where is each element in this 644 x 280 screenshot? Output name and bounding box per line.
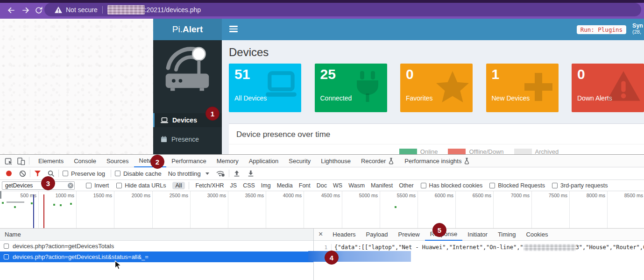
address-bar[interactable]: Not secure :20211/devices.php [44, 3, 641, 16]
forward-icon[interactable] [21, 6, 31, 15]
detail-tab-payload[interactable]: Payload [361, 229, 393, 240]
annotation-step-3: 3 [41, 176, 55, 190]
card-favorites[interactable]: 0 Favorites [400, 64, 473, 112]
card-label: Favorites [406, 94, 433, 102]
checkbox-icon[interactable] [4, 254, 9, 259]
tick-label: 4000 ms [271, 191, 304, 198]
response-json-text: {"data":[["laptop","Net - Huawei","Inter… [332, 244, 644, 251]
warning-triangle-icon[interactable] [55, 7, 62, 13]
filter-type-font[interactable]: Font [299, 182, 311, 189]
third-party-requests-checkbox[interactable]: 3rd-party requests [552, 182, 608, 189]
filter-type-all[interactable]: All [172, 182, 185, 189]
card-connected[interactable]: 25 Connected [315, 64, 387, 112]
filter-type-manifest[interactable]: Manifest [371, 182, 393, 189]
has-blocked-cookies-checkbox[interactable]: Has blocked cookies [421, 182, 483, 189]
request-table-header[interactable]: Name [0, 229, 313, 241]
tab-application[interactable]: Application [244, 155, 284, 167]
response-body-line[interactable]: 1 {"data":[["laptop","Net - Huawei","Int… [314, 244, 644, 251]
detail-tab-headers[interactable]: Headers [327, 229, 361, 240]
filter-type-other[interactable]: Other [399, 182, 413, 189]
timeline-tick: 2000 ms [120, 191, 153, 228]
clear-filter-icon[interactable]: ✕ [68, 183, 73, 188]
timeline-activity-mark [53, 204, 55, 206]
detail-tab-cookies[interactable]: Cookies [521, 229, 553, 240]
hamburger-menu-icon[interactable] [229, 26, 238, 33]
laptop-icon [264, 70, 298, 101]
card-value: 25 [320, 66, 336, 82]
tab-memory[interactable]: Memory [212, 155, 244, 167]
filter-type-ws[interactable]: WS [333, 182, 342, 189]
export-har-icon[interactable] [247, 170, 255, 177]
network-controls: Preserve log Disable cache No throttling [0, 167, 644, 180]
card-all-devices[interactable]: 51 All Devices [229, 64, 301, 112]
card-new-devices[interactable]: 1 New Devices [486, 64, 559, 112]
tab-lighthouse[interactable]: Lighthouse [316, 155, 356, 167]
filter-type-doc[interactable]: Doc [317, 182, 327, 189]
filter-icon[interactable] [34, 170, 41, 177]
checkbox-icon[interactable] [4, 244, 9, 249]
close-icon[interactable]: × [314, 230, 327, 239]
device-toolbar-icon[interactable] [17, 157, 25, 165]
blocked-requests-checkbox[interactable]: Blocked Requests [489, 182, 545, 189]
filter-type-fetch-xhr[interactable]: Fetch/XHR [195, 182, 224, 189]
network-timeline-overview[interactable]: 500 ms 1000 ms 1500 ms 2000 ms 2500 ms 3… [0, 191, 644, 229]
timeline-tick: 4000 ms [271, 191, 304, 228]
timeline-origin-mark [0, 191, 1, 199]
response-text-post: 3","House","Router",0,"Always on" [576, 244, 644, 251]
inspect-element-icon[interactable] [5, 157, 13, 165]
filter-type-media[interactable]: Media [277, 182, 293, 189]
request-row[interactable]: devices.php?action=getDevicesTotals [0, 241, 313, 251]
checkbox-label: Invert [94, 182, 109, 189]
chevron-down-icon [205, 172, 209, 175]
card-label: Connected [320, 94, 352, 102]
panel-title: Device presence over time [229, 124, 644, 144]
clear-icon[interactable] [19, 170, 26, 177]
card-down-alerts[interactable]: 0 Down Alerts [572, 64, 644, 112]
tab-security[interactable]: Security [283, 155, 316, 167]
run-plugins-button[interactable]: Run: Plugins [577, 25, 626, 34]
checkbox-label: Blocked Requests [498, 182, 545, 189]
filter-text-input[interactable] [2, 181, 75, 190]
tab-console[interactable]: Console [69, 155, 101, 167]
throttling-dropdown[interactable]: No throttling [168, 170, 209, 177]
hide-data-urls-checkbox[interactable]: Hide data URLs [116, 182, 166, 189]
disable-cache-checkbox[interactable]: Disable cache [115, 170, 162, 177]
record-icon[interactable] [6, 171, 12, 176]
back-icon[interactable] [6, 6, 16, 15]
filter-type-img[interactable]: Img [261, 182, 271, 189]
security-label[interactable]: Not secure [66, 6, 98, 14]
network-conditions-icon[interactable] [216, 170, 225, 177]
tab-performance[interactable]: Performance [166, 155, 211, 167]
filter-type-css[interactable]: CSS [243, 182, 255, 189]
app-logo[interactable]: Pi.Alert [153, 19, 222, 40]
legend-swatch-archived [514, 149, 532, 154]
timeline-activity-mark [60, 204, 62, 206]
filter-type-js[interactable]: JS [230, 182, 237, 189]
sidebar-item-presence[interactable]: Presence [153, 132, 222, 146]
url-text[interactable]: :20211/devices.php [145, 6, 201, 14]
tab-sources[interactable]: Sources [101, 155, 134, 167]
preserve-log-checkbox[interactable]: Preserve log [63, 170, 105, 177]
timeline-tick: 8000 ms [575, 191, 608, 228]
checkbox-icon [552, 183, 558, 188]
detail-tab-timing[interactable]: Timing [493, 229, 521, 240]
tab-elements[interactable]: Elements [33, 155, 69, 167]
request-row-selected[interactable]: devices.php?action=getDevicesList&status… [0, 251, 313, 262]
refresh-icon[interactable] [34, 6, 44, 15]
card-label: All Devices [234, 94, 267, 102]
filter-input[interactable]: ✕ [2, 181, 75, 190]
checkbox-icon [489, 183, 495, 188]
detail-tabbar: × Headers Payload Preview Response Initi… [314, 229, 644, 241]
detail-tab-preview[interactable]: Preview [393, 229, 425, 240]
annotation-step-2: 2 [150, 155, 164, 169]
laptop-icon [161, 117, 168, 123]
filter-type-wasm[interactable]: Wasm [348, 182, 365, 189]
main-content: Devices 51 All Devices 25 Connected [222, 40, 644, 154]
card-value: 51 [234, 66, 250, 82]
tab-recorder[interactable]: Recorder [356, 155, 399, 167]
import-har-icon[interactable] [233, 170, 241, 177]
screenshot-root: Not secure :20211/devices.php Pi.Alert R… [0, 0, 644, 280]
invert-checkbox[interactable]: Invert [86, 182, 109, 189]
detail-tab-initiator[interactable]: Initiator [462, 229, 493, 240]
tab-performance-insights[interactable]: Performance insights [399, 155, 475, 167]
